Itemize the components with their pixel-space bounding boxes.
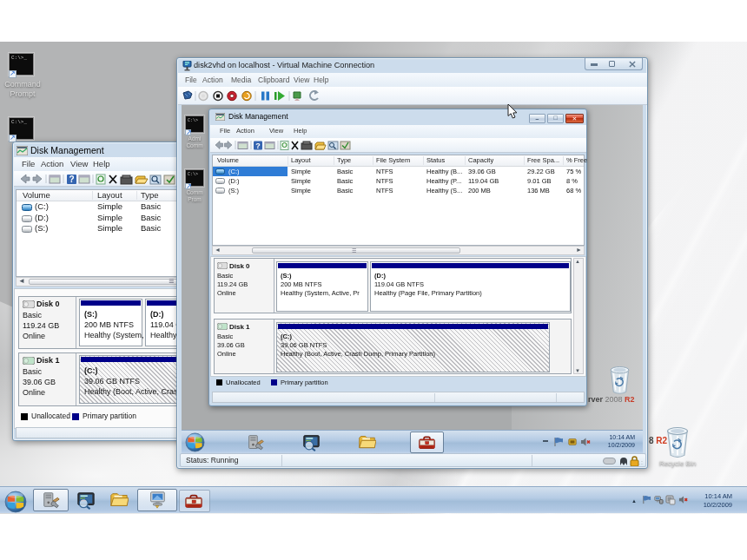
svg-text:?: ? bbox=[69, 175, 74, 184]
svg-text:?: ? bbox=[255, 142, 261, 150]
